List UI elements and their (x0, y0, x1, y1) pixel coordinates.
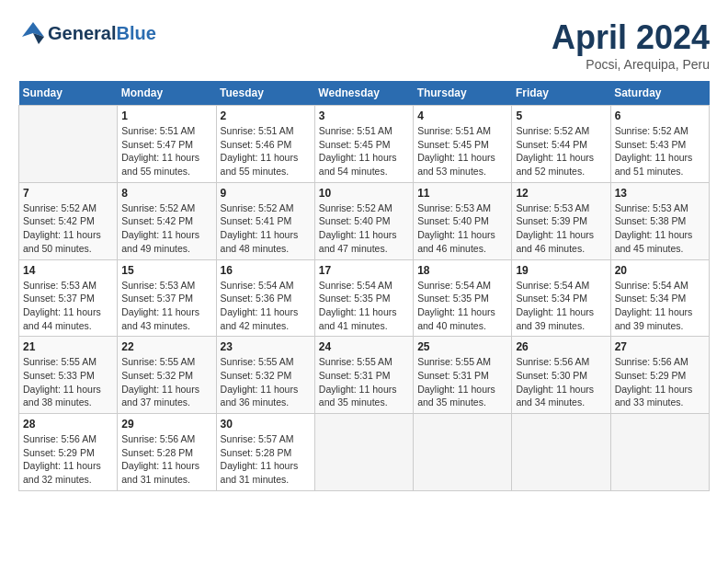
day-number: 28 (23, 418, 113, 431)
day-info: Sunrise: 5:51 AMSunset: 5:45 PMDaylight:… (319, 124, 409, 178)
day-info: Sunrise: 5:57 AMSunset: 5:28 PMDaylight:… (221, 432, 311, 487)
calendar-cell: 29Sunrise: 5:56 AMSunset: 5:28 PMDayligh… (118, 414, 216, 491)
calendar-cell (414, 414, 512, 491)
day-number: 24 (319, 340, 409, 353)
calendar-cell: 13Sunrise: 5:53 AMSunset: 5:38 PMDayligh… (610, 182, 709, 259)
calendar-cell: 18Sunrise: 5:54 AMSunset: 5:35 PMDayligh… (414, 259, 512, 337)
svg-marker-0 (22, 22, 44, 37)
title-area: April 2024 Pocsi, Arequipa, Peru (552, 18, 710, 72)
day-number: 30 (221, 418, 311, 431)
calendar-header-friday: Friday (512, 81, 610, 106)
calendar-cell: 15Sunrise: 5:53 AMSunset: 5:37 PMDayligh… (118, 259, 216, 337)
day-info: Sunrise: 5:55 AMSunset: 5:32 PMDaylight:… (221, 355, 311, 409)
day-info: Sunrise: 5:52 AMSunset: 5:41 PMDaylight:… (221, 201, 311, 256)
day-number: 11 (417, 187, 507, 200)
day-number: 6 (615, 109, 705, 122)
logo-general: General (48, 23, 116, 43)
logo-blue: Blue (116, 23, 155, 43)
day-number: 5 (516, 109, 606, 122)
calendar-cell: 12Sunrise: 5:53 AMSunset: 5:39 PMDayligh… (512, 182, 610, 259)
day-info: Sunrise: 5:54 AMSunset: 5:34 PMDaylight:… (516, 279, 606, 333)
calendar-cell: 17Sunrise: 5:54 AMSunset: 5:35 PMDayligh… (314, 259, 413, 337)
day-number: 18 (417, 264, 507, 277)
day-info: Sunrise: 5:52 AMSunset: 5:42 PMDaylight:… (121, 201, 211, 256)
day-info: Sunrise: 5:56 AMSunset: 5:28 PMDaylight:… (121, 432, 211, 487)
calendar-cell: 22Sunrise: 5:55 AMSunset: 5:32 PMDayligh… (118, 337, 216, 414)
calendar-cell (314, 414, 413, 491)
day-number: 25 (417, 340, 507, 353)
calendar-week-row: 21Sunrise: 5:55 AMSunset: 5:33 PMDayligh… (19, 337, 710, 414)
calendar-header-monday: Monday (118, 81, 216, 106)
day-info: Sunrise: 5:56 AMSunset: 5:30 PMDaylight:… (516, 355, 606, 409)
calendar-cell: 10Sunrise: 5:52 AMSunset: 5:40 PMDayligh… (314, 182, 413, 259)
day-number: 3 (319, 109, 409, 122)
logo-icon (18, 18, 48, 48)
calendar-cell: 2Sunrise: 5:51 AMSunset: 5:46 PMDaylight… (216, 106, 314, 183)
day-info: Sunrise: 5:51 AMSunset: 5:45 PMDaylight:… (417, 124, 507, 178)
day-number: 29 (121, 418, 211, 431)
day-info: Sunrise: 5:52 AMSunset: 5:40 PMDaylight:… (319, 201, 409, 256)
calendar-cell: 5Sunrise: 5:52 AMSunset: 5:44 PMDaylight… (512, 106, 610, 183)
calendar-header-row: SundayMondayTuesdayWednesdayThursdayFrid… (19, 81, 710, 106)
day-info: Sunrise: 5:51 AMSunset: 5:46 PMDaylight:… (221, 124, 311, 178)
calendar-cell (610, 414, 709, 491)
calendar-cell: 21Sunrise: 5:55 AMSunset: 5:33 PMDayligh… (19, 337, 118, 414)
page-header: GeneralBlue April 2024 Pocsi, Arequipa, … (18, 18, 710, 72)
day-info: Sunrise: 5:52 AMSunset: 5:42 PMDaylight:… (23, 201, 113, 256)
day-info: Sunrise: 5:55 AMSunset: 5:33 PMDaylight:… (23, 355, 113, 409)
day-info: Sunrise: 5:53 AMSunset: 5:37 PMDaylight:… (23, 279, 113, 333)
calendar-cell: 3Sunrise: 5:51 AMSunset: 5:45 PMDaylight… (314, 106, 413, 183)
calendar-header-wednesday: Wednesday (314, 81, 413, 106)
day-info: Sunrise: 5:51 AMSunset: 5:47 PMDaylight:… (121, 124, 211, 178)
calendar-cell: 1Sunrise: 5:51 AMSunset: 5:47 PMDaylight… (118, 106, 216, 183)
day-info: Sunrise: 5:54 AMSunset: 5:35 PMDaylight:… (319, 279, 409, 333)
day-number: 21 (23, 340, 113, 353)
calendar-cell: 30Sunrise: 5:57 AMSunset: 5:28 PMDayligh… (216, 414, 314, 491)
day-info: Sunrise: 5:55 AMSunset: 5:31 PMDaylight:… (417, 355, 507, 409)
day-number: 12 (516, 187, 606, 200)
day-number: 8 (121, 187, 211, 200)
day-number: 22 (121, 340, 211, 353)
day-number: 10 (319, 187, 409, 200)
calendar-cell: 6Sunrise: 5:52 AMSunset: 5:43 PMDaylight… (610, 106, 709, 183)
calendar-cell: 8Sunrise: 5:52 AMSunset: 5:42 PMDaylight… (118, 182, 216, 259)
day-info: Sunrise: 5:56 AMSunset: 5:29 PMDaylight:… (615, 355, 705, 409)
calendar-cell: 11Sunrise: 5:53 AMSunset: 5:40 PMDayligh… (414, 182, 512, 259)
calendar-cell (512, 414, 610, 491)
calendar-cell: 26Sunrise: 5:56 AMSunset: 5:30 PMDayligh… (512, 337, 610, 414)
day-number: 13 (615, 187, 705, 200)
calendar-week-row: 1Sunrise: 5:51 AMSunset: 5:47 PMDaylight… (19, 106, 710, 183)
calendar-cell: 14Sunrise: 5:53 AMSunset: 5:37 PMDayligh… (19, 259, 118, 337)
day-info: Sunrise: 5:54 AMSunset: 5:35 PMDaylight:… (417, 279, 507, 333)
calendar-cell: 20Sunrise: 5:54 AMSunset: 5:34 PMDayligh… (610, 259, 709, 337)
day-info: Sunrise: 5:53 AMSunset: 5:37 PMDaylight:… (121, 279, 211, 333)
day-info: Sunrise: 5:52 AMSunset: 5:44 PMDaylight:… (516, 124, 606, 178)
day-info: Sunrise: 5:53 AMSunset: 5:38 PMDaylight:… (615, 201, 705, 256)
day-info: Sunrise: 5:54 AMSunset: 5:36 PMDaylight:… (221, 279, 311, 333)
calendar-week-row: 7Sunrise: 5:52 AMSunset: 5:42 PMDaylight… (19, 182, 710, 259)
day-number: 27 (615, 340, 705, 353)
day-info: Sunrise: 5:55 AMSunset: 5:31 PMDaylight:… (319, 355, 409, 409)
day-number: 19 (516, 264, 606, 277)
day-number: 17 (319, 264, 409, 277)
day-number: 20 (615, 264, 705, 277)
day-number: 1 (121, 109, 211, 122)
day-number: 7 (23, 187, 113, 200)
day-number: 15 (121, 264, 211, 277)
day-info: Sunrise: 5:52 AMSunset: 5:43 PMDaylight:… (615, 124, 705, 178)
calendar-cell: 25Sunrise: 5:55 AMSunset: 5:31 PMDayligh… (414, 337, 512, 414)
day-number: 9 (221, 187, 311, 200)
calendar-table: SundayMondayTuesdayWednesdayThursdayFrid… (18, 81, 710, 491)
day-info: Sunrise: 5:53 AMSunset: 5:40 PMDaylight:… (417, 201, 507, 256)
calendar-week-row: 14Sunrise: 5:53 AMSunset: 5:37 PMDayligh… (19, 259, 710, 337)
day-number: 2 (221, 109, 311, 122)
calendar-cell: 24Sunrise: 5:55 AMSunset: 5:31 PMDayligh… (314, 337, 413, 414)
calendar-cell: 4Sunrise: 5:51 AMSunset: 5:45 PMDaylight… (414, 106, 512, 183)
calendar-header-saturday: Saturday (610, 81, 709, 106)
month-title: April 2024 (552, 18, 710, 57)
calendar-cell: 27Sunrise: 5:56 AMSunset: 5:29 PMDayligh… (610, 337, 709, 414)
calendar-header-thursday: Thursday (414, 81, 512, 106)
logo: GeneralBlue (18, 18, 156, 48)
day-info: Sunrise: 5:53 AMSunset: 5:39 PMDaylight:… (516, 201, 606, 256)
day-number: 26 (516, 340, 606, 353)
